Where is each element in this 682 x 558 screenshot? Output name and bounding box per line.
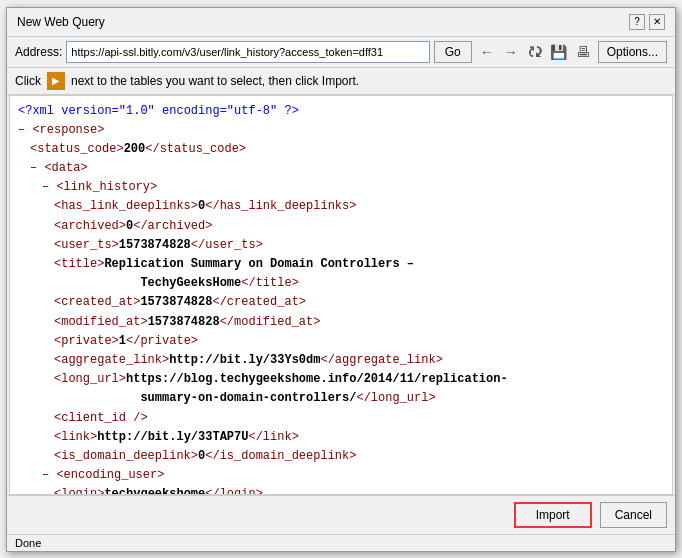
print-icon-button[interactable]: 🖶 [572, 41, 594, 63]
arrow-icon [47, 72, 65, 90]
save-icon-button[interactable]: 💾 [548, 41, 570, 63]
cancel-button[interactable]: Cancel [600, 502, 667, 528]
status-text: Done [15, 537, 41, 549]
xml-line: <user_ts>1573874828</user_ts> [18, 236, 664, 255]
title-bar: New Web Query ? ✕ [7, 8, 675, 37]
xml-line: <private>1</private> [18, 332, 664, 351]
xml-scroll[interactable]: <?xml version="1.0" encoding="utf-8" ?> … [10, 96, 672, 494]
content-area: <?xml version="1.0" encoding="utf-8" ?> … [9, 95, 673, 495]
instruction-bar: Click next to the tables you want to sel… [7, 68, 675, 95]
xml-line: <long_url>https://blog.techygeekshome.in… [18, 370, 664, 408]
dialog-window: New Web Query ? ✕ Address: Go ← → 🗘 💾 🖶 … [6, 7, 676, 552]
xml-line: <created_at>1573874828</created_at> [18, 293, 664, 312]
xml-line: – <encoding_user> [18, 466, 664, 485]
xml-line: <title>Replication Summary on Domain Con… [18, 255, 664, 293]
help-button[interactable]: ? [629, 14, 645, 30]
click-label: Click [15, 74, 41, 88]
address-label: Address: [15, 45, 62, 59]
xml-line: <has_link_deeplinks>0</has_link_deeplink… [18, 197, 664, 216]
forward-button[interactable]: → [500, 41, 522, 63]
dialog-title: New Web Query [17, 15, 105, 29]
back-button[interactable]: ← [476, 41, 498, 63]
instruction-text: next to the tables you want to select, t… [71, 74, 359, 88]
go-button[interactable]: Go [434, 41, 472, 63]
xml-line: <aggregate_link>http://bit.ly/33Ys0dm</a… [18, 351, 664, 370]
status-bar: Done [7, 534, 675, 551]
xml-line: <is_domain_deeplink>0</is_domain_deeplin… [18, 447, 664, 466]
title-controls: ? ✕ [629, 14, 665, 30]
xml-line: – <response> [18, 121, 664, 140]
footer: Import Cancel [7, 495, 675, 534]
close-button[interactable]: ✕ [649, 14, 665, 30]
toolbar-icons: ← → 🗘 💾 🖶 [476, 41, 594, 63]
xml-line: <?xml version="1.0" encoding="utf-8" ?> [18, 102, 664, 121]
xml-line: – <data> [18, 159, 664, 178]
xml-line: <modified_at>1573874828</modified_at> [18, 313, 664, 332]
xml-line: <link>http://bit.ly/33TAP7U</link> [18, 428, 664, 447]
import-button[interactable]: Import [514, 502, 592, 528]
address-input[interactable] [66, 41, 429, 63]
xml-line: <client_id /> [18, 409, 664, 428]
options-button[interactable]: Options... [598, 41, 667, 63]
refresh-icon-button[interactable]: 🗘 [524, 41, 546, 63]
xml-line: <status_code>200</status_code> [18, 140, 664, 159]
xml-line: <archived>0</archived> [18, 217, 664, 236]
address-bar: Address: Go ← → 🗘 💾 🖶 Options... [7, 37, 675, 68]
xml-line: – <link_history> [18, 178, 664, 197]
xml-line: <login>techygeekshome</login> [18, 485, 664, 493]
